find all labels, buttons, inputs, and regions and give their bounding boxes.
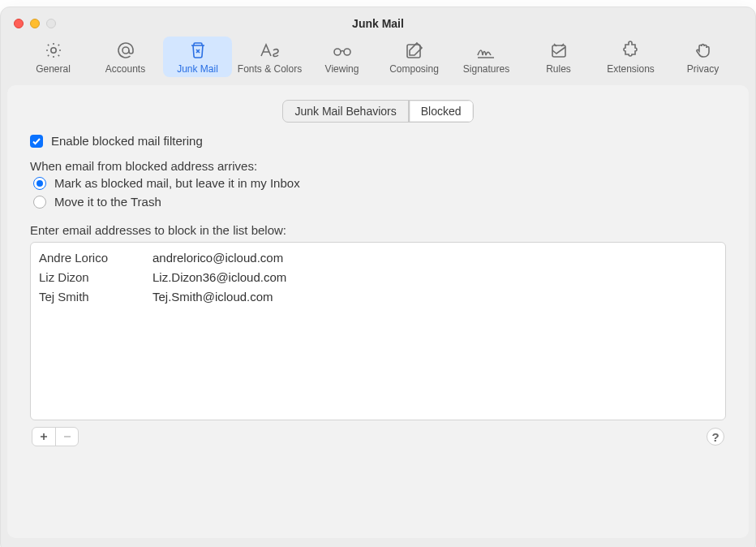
toolbar-viewing[interactable]: Viewing <box>307 37 376 77</box>
tab-label-behaviors: Junk Mail Behaviors <box>294 105 396 118</box>
blocked-list-section: Enter email addresses to block in the li… <box>30 223 726 446</box>
blocked-email: Liz.Dizon36@icloud.com <box>152 270 286 284</box>
toolbar-label-signatures: Signatures <box>463 63 509 75</box>
when-arrives-options: Mark as blocked mail, but leave it in my… <box>30 176 726 209</box>
segmented-row: Junk Mail Behaviors Blocked <box>24 100 732 123</box>
toolbar-general[interactable]: General <box>19 37 88 77</box>
at-icon <box>114 40 137 61</box>
glasses-icon <box>331 40 354 61</box>
blocked-email: andrelorico@icloud.com <box>152 251 283 265</box>
svg-point-1 <box>122 47 129 54</box>
enable-blocked-filtering-row[interactable]: Enable blocked mail filtering <box>30 134 726 148</box>
blocked-name: Liz Dizon <box>39 270 152 284</box>
toolbar-junk-mail[interactable]: Junk Mail <box>163 37 232 77</box>
option-mark-leave[interactable]: Mark as blocked mail, but leave it in my… <box>30 176 726 190</box>
toolbar-accounts[interactable]: Accounts <box>91 37 160 77</box>
when-arrives-label: When email from blocked address arrives: <box>30 159 726 173</box>
toolbar-signatures[interactable]: Signatures <box>452 37 521 77</box>
trash-x-icon <box>187 40 209 61</box>
help-icon: ? <box>711 430 719 444</box>
help-button[interactable]: ? <box>707 428 724 446</box>
fonts-icon <box>259 40 281 61</box>
toolbar-label-rules: Rules <box>546 63 571 75</box>
tab-segmented-control: Junk Mail Behaviors Blocked <box>282 100 473 123</box>
window-title: Junk Mail <box>1 17 755 30</box>
gear-icon <box>42 40 65 61</box>
signature-icon <box>475 40 498 61</box>
list-item[interactable]: Tej Smith Tej.Smith@icloud.com <box>39 286 725 306</box>
toolbar-extensions[interactable]: Extensions <box>596 37 665 77</box>
blocked-email: Tej.Smith@icloud.com <box>152 290 273 304</box>
toolbar-composing[interactable]: Composing <box>380 37 449 77</box>
toolbar-label-general: General <box>36 63 71 75</box>
toolbar-privacy[interactable]: Privacy <box>668 37 737 77</box>
checkbox-checked-icon <box>30 135 43 148</box>
tab-junk-mail-behaviors[interactable]: Junk Mail Behaviors <box>283 101 408 122</box>
add-remove-buttons <box>32 427 79 446</box>
puzzle-icon <box>620 40 642 61</box>
toolbar-label-accounts: Accounts <box>105 63 145 75</box>
toolbar-label-composing: Composing <box>389 63 439 75</box>
svg-point-2 <box>334 49 341 55</box>
toolbar-label-fonts-colors: Fonts & Colors <box>238 63 302 75</box>
toolbar-label-junk-mail: Junk Mail <box>177 63 218 75</box>
tab-blocked[interactable]: Blocked <box>409 101 473 122</box>
blocked-list-label: Enter email addresses to block in the li… <box>30 223 726 237</box>
hand-icon <box>692 40 715 61</box>
compose-icon <box>403 40 426 61</box>
remove-button[interactable] <box>55 428 78 446</box>
titlebar: Junk Mail <box>7 14 749 32</box>
content-panel: Junk Mail Behaviors Blocked Enable block… <box>7 85 749 538</box>
option-move-trash-label: Move it to the Trash <box>54 195 161 209</box>
radio-checked-icon <box>33 177 46 190</box>
svg-point-3 <box>344 49 350 55</box>
toolbar: General Accounts Junk Mail <box>7 32 749 85</box>
toolbar-rules[interactable]: Rules <box>524 37 593 77</box>
toolbar-label-extensions: Extensions <box>607 63 655 75</box>
rules-icon <box>548 40 570 61</box>
toolbar-fonts-colors[interactable]: Fonts & Colors <box>235 37 304 77</box>
toolbar-label-viewing: Viewing <box>325 63 359 75</box>
list-item[interactable]: Liz Dizon Liz.Dizon36@icloud.com <box>39 267 725 286</box>
blocked-name: Tej Smith <box>39 290 152 304</box>
preferences-window: Junk Mail General Accounts <box>0 6 756 547</box>
radio-unchecked-icon <box>33 196 46 209</box>
list-item[interactable]: Andre Lorico andrelorico@icloud.com <box>39 248 725 267</box>
blocked-list[interactable]: Andre Lorico andrelorico@icloud.com Liz … <box>30 242 726 420</box>
list-footer: ? <box>30 427 726 446</box>
option-move-trash[interactable]: Move it to the Trash <box>30 195 726 209</box>
add-button[interactable] <box>32 428 55 446</box>
blocked-settings: Enable blocked mail filtering When email… <box>24 134 732 446</box>
option-mark-leave-label: Mark as blocked mail, but leave it in my… <box>54 176 300 190</box>
toolbar-label-privacy: Privacy <box>687 63 719 75</box>
svg-point-0 <box>50 48 55 53</box>
plus-icon <box>39 432 49 441</box>
minus-icon <box>62 432 72 441</box>
tab-label-blocked: Blocked <box>421 105 462 118</box>
blocked-name: Andre Lorico <box>39 251 152 265</box>
enable-blocked-filtering-label: Enable blocked mail filtering <box>51 134 203 148</box>
